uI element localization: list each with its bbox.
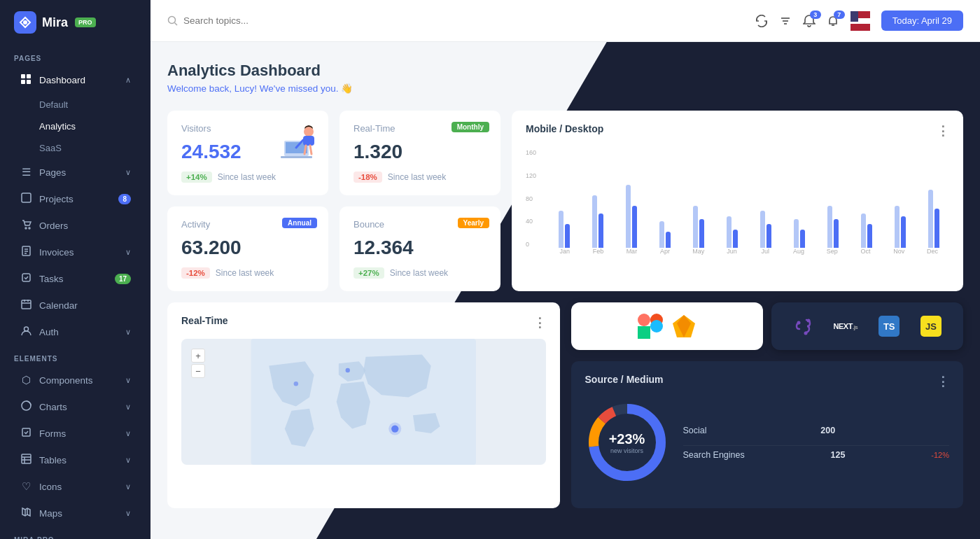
y-axis: 160 120 80 40 0 xyxy=(526,150,547,248)
invoices-label: Invoices xyxy=(39,247,74,258)
source-medium-card: Source / Medium ⋮ xyxy=(571,361,964,508)
svg-point-55 xyxy=(650,320,663,332)
sidebar-subitem-saas[interactable]: SaaS xyxy=(6,138,145,158)
svg-marker-24 xyxy=(22,508,30,516)
main-area: 3 7 Today: April 29 Analy xyxy=(150,0,980,539)
sync-btn[interactable] xyxy=(755,15,768,27)
language-selector[interactable] xyxy=(850,11,870,31)
logo-text: Mira xyxy=(42,15,68,30)
world-map-svg xyxy=(181,339,546,465)
subtitle-prefix: Welcome back, xyxy=(167,83,232,94)
section-label-elements: ELEMENTS xyxy=(0,345,150,367)
source-medium-title: Source / Medium ⋮ xyxy=(585,374,950,389)
page-header: Analytics Dashboard Welcome back, Lucy! … xyxy=(167,62,963,94)
icons-chevron: ∨ xyxy=(125,482,131,491)
svg-rect-1 xyxy=(21,74,25,78)
sidebar-subitem-default[interactable]: Default xyxy=(6,94,145,115)
dark-bar-May xyxy=(699,219,704,248)
tech-logos-row: NEXT.js TS JS xyxy=(571,302,964,350)
sidebar-item-forms[interactable]: Forms ∨ xyxy=(6,421,145,446)
stats-row: Visitors 24.532 +14% Since last week xyxy=(167,111,963,291)
ts-icon: TS xyxy=(878,316,899,337)
bell-btn[interactable]: 7 xyxy=(827,15,839,27)
top-header: 3 7 Today: April 29 xyxy=(150,0,980,42)
logo-area[interactable]: Mira PRO xyxy=(0,0,150,45)
visitors-footer: +14% Since last week xyxy=(181,172,314,183)
sidebar-item-tasks[interactable]: Tasks 17 xyxy=(6,266,145,291)
donut-section: +23% new visitors Social 200 xyxy=(585,400,950,484)
bar-chart-container: 160 120 80 40 0 JanFebMarAprMayJ xyxy=(526,150,949,262)
design-logos-card xyxy=(571,302,763,350)
light-bar-Apr xyxy=(659,221,664,248)
sidebar-item-charts[interactable]: Charts ∨ xyxy=(6,394,145,419)
sidebar-item-auth[interactable]: Auth ∨ xyxy=(6,319,145,344)
page-subtitle: Welcome back, Lucy! We've missed you. 👋 xyxy=(167,83,353,94)
filter-btn[interactable] xyxy=(779,15,792,27)
map-menu-btn[interactable]: ⋮ xyxy=(533,315,546,330)
visitors-period: Since last week xyxy=(218,172,276,182)
content-inner: Analytics Dashboard Welcome back, Lucy! … xyxy=(150,42,980,525)
bell-badge: 7 xyxy=(834,10,845,19)
sidebar-item-tables[interactable]: Tables ∨ xyxy=(6,447,145,472)
date-button[interactable]: Today: April 29 xyxy=(881,10,963,31)
sidebar-item-dashboard[interactable]: Dashboard ∧ xyxy=(6,67,145,93)
light-bar-Feb xyxy=(592,195,597,248)
auth-icon xyxy=(20,326,32,338)
light-bar-Mar xyxy=(626,185,631,248)
tasks-label: Tasks xyxy=(39,274,64,284)
svg-line-28 xyxy=(175,23,178,26)
dark-bar-Oct xyxy=(867,224,872,248)
charts-label: Charts xyxy=(39,402,67,412)
source-menu-btn[interactable]: ⋮ xyxy=(937,374,949,389)
maps-icon xyxy=(20,507,32,519)
notifications-btn[interactable]: 3 xyxy=(803,15,816,27)
svg-rect-19 xyxy=(22,428,30,436)
map-zoom-in[interactable]: + xyxy=(191,349,205,363)
x-label-Aug: Aug xyxy=(782,248,816,262)
auth-label: Auth xyxy=(39,327,59,337)
svg-rect-3 xyxy=(21,80,25,84)
left-stats: Visitors 24.532 +14% Since last week xyxy=(167,111,328,291)
invoices-chevron: ∨ xyxy=(125,248,131,257)
pages-icon: ☰ xyxy=(20,166,32,178)
svg-rect-20 xyxy=(22,454,31,463)
dashboard-label: Dashboard xyxy=(39,75,85,85)
calendar-label: Calendar xyxy=(39,300,78,311)
search-input[interactable] xyxy=(183,15,337,26)
search-icon xyxy=(167,15,178,26)
sidebar-item-orders[interactable]: Orders xyxy=(6,213,145,238)
search-bar[interactable] xyxy=(167,15,755,26)
svg-point-60 xyxy=(804,332,807,335)
sidebar-item-pages[interactable]: ☰ Pages ∨ xyxy=(6,160,145,185)
dark-bar-Aug xyxy=(800,230,805,248)
tech-stack-card: NEXT.js TS JS xyxy=(771,302,963,350)
dark-bar-Nov xyxy=(901,216,906,248)
chart-menu-btn[interactable]: ⋮ xyxy=(937,123,949,139)
svg-rect-56 xyxy=(638,326,650,339)
sidebar-item-maps[interactable]: Maps ∨ xyxy=(6,500,145,526)
bounce-badge: Yearly xyxy=(458,218,489,228)
light-bar-Dec xyxy=(928,190,933,248)
dashboard-chevron: ∧ xyxy=(125,76,131,85)
bars-area xyxy=(548,150,949,248)
x-label-Oct: Oct xyxy=(849,248,883,262)
notification-badge: 3 xyxy=(810,10,821,19)
svg-rect-43 xyxy=(303,136,314,146)
sidebar-item-icons[interactable]: ♡ Icons ∨ xyxy=(6,474,145,499)
sidebar-item-invoices[interactable]: Invoices ∨ xyxy=(6,239,145,265)
sidebar-item-calendar[interactable]: Calendar xyxy=(6,293,145,318)
realtime-map-card: Real-Time ⋮ xyxy=(167,302,560,508)
map-zoom-out[interactable]: − xyxy=(191,364,205,378)
y-label-40: 40 xyxy=(526,218,547,225)
middle-stats: Monthly Real-Time 1.320 -18% Since last … xyxy=(340,111,500,291)
x-label-Mar: Mar xyxy=(615,248,649,262)
dark-bar-Jan xyxy=(565,224,570,248)
sidebar-subitem-analytics[interactable]: Analytics xyxy=(6,116,145,136)
svg-point-49 xyxy=(388,423,401,435)
sidebar-item-components[interactable]: ⬡ Components ∨ xyxy=(6,368,145,393)
x-label-Jun: Jun xyxy=(715,248,749,262)
sidebar-item-projects[interactable]: Projects 8 xyxy=(6,186,145,211)
svg-point-51 xyxy=(294,382,298,386)
svg-rect-5 xyxy=(22,193,31,202)
svg-point-61 xyxy=(797,321,800,325)
